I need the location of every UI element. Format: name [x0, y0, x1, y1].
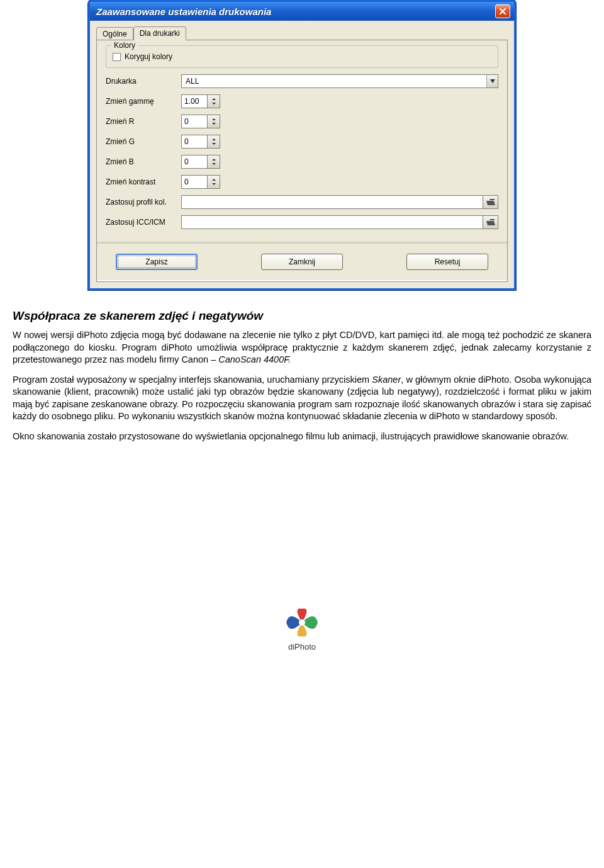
correct-colors-label: Koryguj kolory — [125, 52, 172, 61]
colors-fieldset: Kolory Koryguj kolory — [106, 45, 498, 68]
spinner-icon[interactable] — [208, 94, 220, 108]
printer-label: Drukarka — [106, 77, 181, 86]
reset-button[interactable]: Resetuj — [406, 254, 488, 270]
tab-general[interactable]: Ogólne — [96, 27, 133, 41]
titlebar: Zaawansowane ustawienia drukowania — [90, 2, 514, 21]
tab-printer[interactable]: Dla drukarki — [133, 26, 186, 40]
contrast-input[interactable] — [181, 175, 208, 189]
printer-row: Drukarka ALL — [106, 74, 498, 88]
dialog-container: Zaawansowane ustawienia drukowania Ogóln… — [88, 0, 516, 290]
folder-open-icon[interactable] — [483, 195, 498, 209]
r-input[interactable] — [181, 115, 208, 128]
tab-strip: Ogólne Dla drukarki — [90, 21, 514, 40]
r-row: Zmień R — [106, 115, 498, 128]
logo-caption: diPhoto — [0, 642, 604, 651]
logo: diPhoto — [0, 607, 604, 651]
doc-heading: Współpraca ze skanerem zdjęć i negatywów — [13, 309, 591, 323]
dialog-title: Zaawansowane ustawienia drukowania — [96, 6, 271, 17]
tab-panel: Kolory Koryguj kolory Drukarka ALL Zmień… — [96, 40, 508, 282]
spinner-icon[interactable] — [208, 175, 220, 189]
spinner-icon[interactable] — [208, 115, 220, 128]
gamma-row: Zmień gammę — [106, 94, 498, 108]
printer-combo[interactable]: ALL — [181, 74, 498, 88]
g-row: Zmień G — [106, 135, 498, 149]
logo-icon — [283, 607, 321, 638]
icc-input[interactable] — [181, 215, 483, 229]
doc-paragraph-3: Okno skanowania zostało przystosowane do… — [13, 431, 591, 443]
spinner-icon[interactable] — [208, 155, 220, 169]
settings-dialog: Zaawansowane ustawienia drukowania Ogóln… — [88, 0, 516, 290]
doc-paragraph-1: W nowej wersji diPhoto zdjęcia mogą być … — [13, 329, 591, 366]
b-row: Zmień B — [106, 155, 498, 169]
doc-paragraph-2: Program został wyposażony w specjalny in… — [13, 374, 591, 423]
profile-row: Zastosuj profil kol. — [106, 195, 498, 209]
close-icon[interactable] — [495, 4, 510, 18]
folder-open-icon[interactable] — [483, 215, 498, 229]
contrast-row: Zmień kontrast — [106, 175, 498, 189]
printer-value: ALL — [186, 77, 199, 86]
chevron-down-icon[interactable] — [486, 75, 498, 87]
save-button[interactable]: Zapisz — [116, 254, 198, 270]
icc-label: Zastosuj ICC/ICM — [106, 218, 181, 227]
b-input[interactable] — [181, 155, 208, 169]
svg-point-0 — [299, 619, 305, 626]
checkbox-icon[interactable] — [113, 53, 121, 61]
gamma-label: Zmień gammę — [106, 97, 181, 106]
spinner-icon[interactable] — [208, 135, 220, 149]
button-bar: Zapisz Zamknij Resetuj — [97, 242, 507, 281]
gamma-input[interactable] — [181, 94, 208, 108]
document-body: Współpraca ze skanerem zdjęć i negatywów… — [0, 309, 604, 443]
correct-colors-row[interactable]: Koryguj kolory — [113, 52, 491, 61]
r-label: Zmień R — [106, 117, 181, 126]
contrast-label: Zmień kontrast — [106, 178, 181, 186]
profile-label: Zastosuj profil kol. — [106, 198, 181, 206]
b-label: Zmień B — [106, 157, 181, 166]
icc-row: Zastosuj ICC/ICM — [106, 215, 498, 229]
g-input[interactable] — [181, 135, 208, 149]
colors-legend: Kolory — [111, 41, 138, 50]
profile-input[interactable] — [181, 195, 483, 209]
close-button[interactable]: Zamknij — [261, 254, 343, 270]
g-label: Zmień G — [106, 137, 181, 146]
